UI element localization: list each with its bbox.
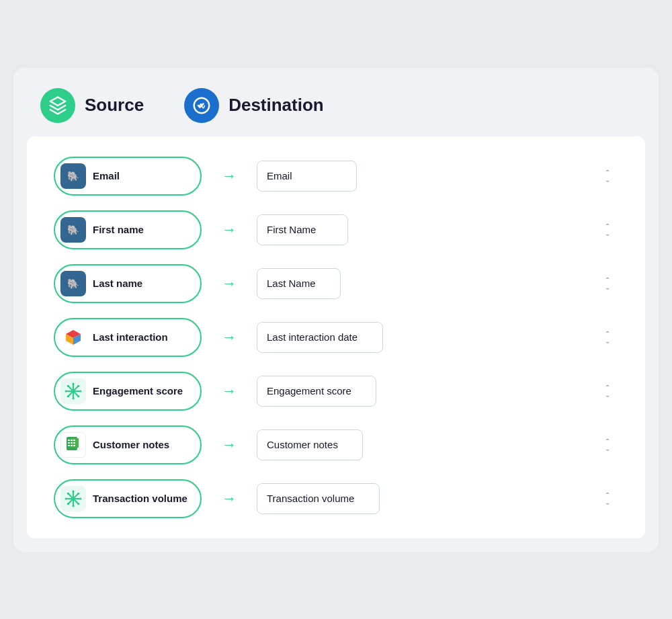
source-label: First name [93,224,144,235]
mapping-row: 🐘 Email→EmailEmail AddressUser Email [54,157,618,196]
dest-select-wrapper[interactable]: Engagement scoreScore [257,376,618,407]
cube-icon [60,325,86,350]
source-label: Last interaction [93,331,168,343]
destination-logo: ∿ [184,88,219,123]
svg-point-43 [77,492,79,494]
arrow-icon: → [222,382,237,400]
svg-text:∿: ∿ [198,101,206,111]
svg-rect-25 [71,440,73,441]
arrow-icon: → [222,167,237,185]
destination-select[interactable]: EmailEmail AddressUser Email [257,161,357,192]
source-pill: Last interaction [54,318,202,357]
source-logo [40,88,75,123]
svg-point-14 [72,382,74,384]
source-title: Source [85,95,144,116]
destination-header: ∿ Destination [184,88,324,123]
arrow-icon: → [222,275,237,292]
source-label: Transaction volume [93,493,187,504]
dest-select-wrapper[interactable]: EmailEmail AddressUser Email [257,161,618,192]
svg-point-39 [65,497,67,499]
sheets-icon [60,432,86,458]
dest-select-wrapper[interactable]: Last NameSurname [257,268,618,299]
mapping-row: 🐘 Last name→Last NameSurname [54,264,618,303]
svg-point-15 [72,397,74,399]
source-pill: 🐘 First name [54,210,202,249]
postgres-icon: 🐘 [60,217,86,243]
source-header: Source [40,88,144,123]
svg-rect-27 [68,442,70,444]
source-label: Customer notes [93,439,169,450]
mapping-row: 🐘 First name→First NameGiven Name [54,210,618,249]
dest-select-wrapper[interactable]: Customer notesNotes [257,429,618,460]
destination-select[interactable]: Engagement scoreScore [257,376,376,407]
source-pill: 🐘 Email [54,157,202,196]
dest-select-wrapper[interactable]: Transaction volumeVolume [257,483,618,514]
destination-title: Destination [228,95,324,116]
destination-select[interactable]: Last interaction dateLast contact [257,322,383,353]
destination-select[interactable]: Last NameSurname [257,268,341,299]
arrow-icon: → [222,490,237,507]
svg-rect-30 [68,445,70,446]
svg-point-16 [65,390,67,392]
svg-point-38 [72,505,74,507]
svg-rect-31 [71,445,73,446]
outer-container: Source ∿ Destination 🐘 Email→EmailEmail … [13,68,659,552]
svg-point-44 [67,503,69,505]
source-pill: Engagement score [54,372,202,411]
svg-text:🐘: 🐘 [67,224,79,236]
svg-point-40 [79,497,81,499]
source-pill: Customer notes [54,425,202,464]
svg-point-37 [72,490,74,492]
svg-text:🐘: 🐘 [67,278,79,290]
mapping-card: 🐘 Email→EmailEmail AddressUser Email 🐘 F… [27,136,645,538]
postgres-icon: 🐘 [60,271,86,296]
destination-select[interactable]: Customer notesNotes [257,429,363,460]
svg-point-20 [77,384,79,386]
svg-point-19 [77,395,79,397]
mapping-row: Transaction volume→Transaction volumeVol… [54,479,618,518]
svg-rect-29 [73,442,75,444]
destination-select[interactable]: First NameGiven Name [257,214,348,245]
header: Source ∿ Destination [27,81,645,136]
mapping-row: Customer notes→Customer notesNotes [54,425,618,464]
postgres-icon: 🐘 [60,163,86,189]
svg-point-18 [67,384,69,386]
source-label: Engagement score [93,385,183,397]
destination-select[interactable]: Transaction volumeVolume [257,483,380,514]
arrow-icon: → [222,221,237,239]
svg-point-21 [67,395,69,397]
mapping-row: Engagement score→Engagement scoreScore [54,372,618,411]
snowflake-icon [60,486,86,511]
svg-rect-26 [73,440,75,441]
svg-rect-24 [68,440,70,441]
source-label: Last name [93,278,142,289]
arrow-icon: → [222,436,237,454]
svg-rect-32 [73,445,75,446]
svg-point-41 [67,492,69,494]
dest-select-wrapper[interactable]: Last interaction dateLast contact [257,322,618,353]
svg-point-17 [79,390,81,392]
source-pill: 🐘 Last name [54,264,202,303]
svg-point-42 [77,503,79,505]
svg-text:🐘: 🐘 [67,170,79,182]
source-label: Email [93,170,120,181]
mapping-row: Last interaction→Last interaction dateLa… [54,318,618,357]
snowflake-icon [60,378,86,404]
arrow-icon: → [222,329,237,346]
svg-rect-28 [71,442,73,444]
dest-select-wrapper[interactable]: First NameGiven Name [257,214,618,245]
source-pill: Transaction volume [54,479,202,518]
